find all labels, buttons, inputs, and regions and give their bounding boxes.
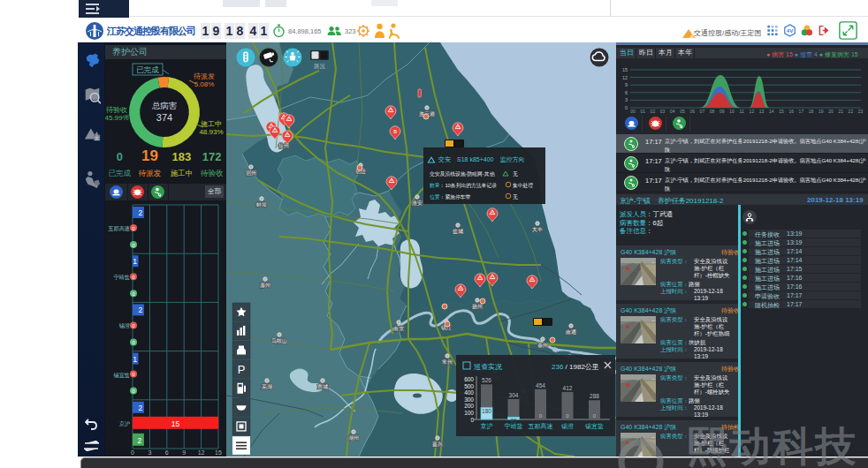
svg-text:宿州: 宿州 [246, 170, 256, 177]
svg-text:锡澄: 锡澄 [118, 322, 130, 329]
svg-text:宁靖盐: 宁靖盐 [505, 423, 523, 429]
svg-text:宣城: 宣城 [317, 383, 328, 389]
svg-text:南通: 南通 [566, 328, 576, 335]
svg-text:6: 6 [625, 90, 628, 95]
svg-text:21: 21 [838, 109, 843, 114]
svg-text:0: 0 [131, 449, 134, 456]
svg-text:14: 14 [769, 109, 774, 114]
svg-text:5.08%: 5.08% [194, 80, 215, 88]
svg-text:集中处理: 集中处理 [513, 182, 533, 189]
svg-text:18: 18 [809, 109, 814, 114]
svg-text:9: 9 [182, 449, 186, 456]
svg-text:00: 00 [630, 109, 636, 114]
svg-text:嘉兴: 嘉兴 [432, 441, 443, 448]
svg-text:13: 13 [759, 109, 765, 114]
svg-text:无: 无 [513, 170, 518, 177]
svg-text:芜湖: 芜湖 [262, 384, 272, 390]
svg-text:20: 20 [828, 109, 834, 114]
svg-text:1: 1 [133, 355, 137, 364]
svg-text:02: 02 [651, 109, 656, 114]
svg-text:526: 526 [482, 377, 491, 383]
svg-text:2: 2 [139, 306, 143, 314]
svg-text:金: 金 [94, 135, 100, 140]
svg-text:五郡高速: 五郡高速 [529, 423, 553, 430]
svg-text:09: 09 [720, 109, 725, 114]
svg-text:03: 03 [660, 109, 666, 114]
svg-text:454: 454 [536, 382, 545, 389]
svg-text:宁靖盐: 宁靖盐 [113, 274, 130, 281]
svg-text:304: 304 [509, 392, 519, 398]
svg-text:路况: 路况 [314, 63, 325, 70]
svg-text:07: 07 [700, 109, 705, 114]
svg-text:京沪: 京沪 [481, 423, 493, 430]
svg-text:蚌埠: 蚌埠 [256, 202, 267, 208]
svg-text:位置：紧急停车带: 位置：紧急停车带 [430, 193, 471, 200]
svg-text:412: 412 [563, 385, 573, 391]
svg-text:17: 17 [799, 109, 804, 114]
svg-text:无: 无 [513, 193, 518, 200]
svg-text:锡宜盐: 锡宜盐 [584, 423, 604, 430]
svg-text:盐城: 盐城 [453, 229, 463, 234]
svg-text:南京: 南京 [393, 326, 404, 331]
svg-text:288: 288 [590, 393, 599, 399]
svg-text:45.99%: 45.99% [105, 114, 129, 122]
svg-text:0: 0 [470, 417, 474, 423]
svg-text:已完成: 已完成 [136, 65, 159, 74]
svg-text:锡宜盐: 锡宜盐 [112, 372, 130, 379]
svg-text:待派发: 待派发 [194, 72, 215, 80]
svg-text:236 / 1982公里: 236 / 1982公里 [552, 363, 599, 371]
svg-text:374: 374 [156, 112, 172, 123]
svg-text:400: 400 [464, 389, 474, 396]
svg-text:12: 12 [198, 449, 205, 456]
svg-text:交安 S18 k85+400 监控方向: 交安 S18 k85+400 监控方向 [438, 155, 524, 163]
svg-text:15: 15 [215, 449, 222, 456]
svg-text:23: 23 [858, 109, 864, 114]
svg-text:五郡高速: 五郡高速 [108, 225, 130, 232]
svg-text:12: 12 [622, 75, 628, 80]
svg-text:9: 9 [625, 82, 628, 87]
svg-text:湖州: 湖州 [348, 435, 359, 441]
svg-text:4V: 4V [787, 27, 794, 34]
svg-text:300: 300 [464, 396, 474, 403]
svg-text:48.93%: 48.93% [199, 128, 223, 136]
svg-text:100: 100 [464, 410, 474, 416]
svg-text:0: 0 [625, 105, 628, 110]
svg-text:16: 16 [788, 109, 794, 114]
svg-text:待验收: 待验收 [106, 106, 127, 114]
svg-text:P: P [238, 363, 246, 376]
svg-text:滁州: 滁州 [260, 283, 270, 288]
svg-text:淮安: 淮安 [412, 200, 423, 206]
svg-text:3: 3 [148, 449, 151, 456]
svg-text:500: 500 [464, 383, 474, 389]
svg-text:熙动科技: 熙动科技 [687, 423, 858, 468]
svg-text:15: 15 [779, 109, 784, 114]
svg-text:01: 01 [640, 109, 645, 114]
svg-text:05: 05 [680, 109, 685, 114]
svg-text:扬州: 扬州 [472, 304, 483, 310]
svg-text:2: 2 [139, 208, 143, 217]
svg-text:180: 180 [482, 408, 491, 414]
svg-text:19: 19 [819, 109, 824, 114]
svg-text:京沪: 京沪 [119, 420, 130, 427]
svg-text:泰州: 泰州 [537, 343, 548, 349]
svg-text:锡澄: 锡澄 [560, 423, 574, 430]
svg-text:15: 15 [622, 67, 628, 72]
svg-text:2: 2 [139, 404, 143, 412]
svg-text:常州: 常州 [442, 359, 453, 365]
svg-text:B: B [393, 129, 397, 134]
svg-text:10: 10 [729, 109, 735, 114]
svg-text:12: 12 [750, 109, 755, 114]
svg-text:04: 04 [670, 109, 675, 114]
svg-text:马鞍山: 马鞍山 [271, 338, 287, 343]
svg-text:数量：10条列出的方法单记录: 数量：10条列出的方法单记录 [430, 182, 497, 189]
svg-text:3: 3 [625, 97, 628, 102]
svg-text:6: 6 [165, 449, 169, 456]
svg-text:巡查实况: 巡查实况 [474, 363, 502, 371]
svg-text:15: 15 [171, 419, 180, 428]
svg-text:200: 200 [464, 403, 474, 409]
svg-text:11: 11 [740, 109, 744, 114]
svg-text:06: 06 [689, 109, 695, 114]
svg-text:总病害: 总病害 [152, 101, 178, 110]
svg-text:大丰: 大丰 [532, 226, 543, 232]
svg-text:22: 22 [849, 109, 854, 114]
